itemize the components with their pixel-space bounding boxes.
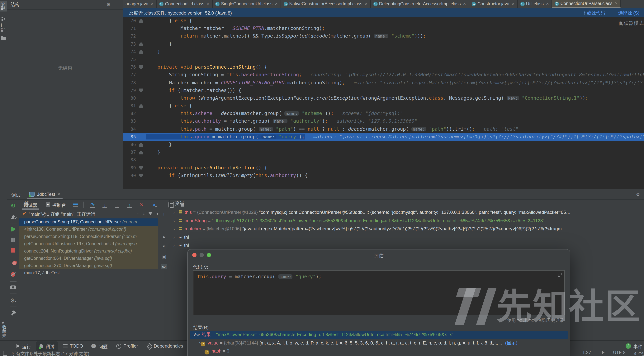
sidebar-item-structure[interactable]: 结构	[0, 1, 7, 11]
thread-selector[interactable]: ✔ "main"@1 在组 "main": 正在运行 ↑ ↓ ▾	[19, 209, 162, 218]
arrow-up-icon[interactable]: ↑	[137, 211, 139, 216]
stack-frame-row[interactable]: <init>:136, ConnectionUrlParser (com.mys…	[19, 226, 158, 233]
show-more-link[interactable]: (显示)	[505, 340, 517, 346]
pin-icon[interactable]	[7, 311, 19, 317]
variable-row[interactable]: ›matcher = {Matcher@1096} "java.util.reg…	[170, 225, 644, 233]
code-line[interactable]: 78 Matcher matcher = CONNECTION_STRING_P…	[123, 79, 644, 86]
chevron-collapsed-icon[interactable]: ›	[174, 217, 179, 225]
file-encoding[interactable]: UTF-8	[613, 350, 626, 356]
gear-icon[interactable]: ⚙	[106, 2, 113, 7]
rerun-icon[interactable]: ↻	[7, 202, 19, 209]
close-icon[interactable]: ✕	[615, 1, 618, 5]
move-up-icon[interactable]: ▲	[158, 234, 170, 238]
fold-down-icon[interactable]	[139, 65, 143, 69]
editor-tab[interactable]: CSingleConnectionUrl.class✕	[212, 0, 281, 8]
code-line[interactable]: 87 }	[123, 148, 644, 156]
zoom-window-icon[interactable]	[207, 253, 211, 257]
close-icon[interactable]: ✕	[463, 2, 466, 6]
code-line[interactable]: 82 this.scheme = decode(matcher.group( n…	[123, 110, 644, 117]
star-icon[interactable]: ★	[1, 320, 5, 325]
variable-row[interactable]: ›∞thi	[170, 233, 644, 241]
reader-mode-label[interactable]: 阅读器模式	[619, 19, 644, 26]
editor-tab[interactable]: CUtil.class✕	[518, 0, 552, 8]
editor-tab[interactable]: CConnectionUrlParser.class✕	[552, 0, 620, 8]
evaluate-dialog[interactable]: 评估 代码段: this.query = matcher.group( name…	[187, 249, 570, 356]
result-row[interactable]: ∨∞结果 = "maxAllowedPacket=655360&characte…	[190, 331, 568, 339]
fold-up-icon[interactable]	[139, 42, 143, 46]
stack-frame-row[interactable]: main:17, JdbcTest	[19, 269, 158, 277]
resume-icon[interactable]	[7, 227, 19, 233]
fold-up-icon[interactable]	[139, 19, 143, 23]
code-editor[interactable]: 70 } else {71 Matcher matcher = SCHEME_P…	[123, 17, 644, 189]
editor-tab[interactable]: CConnectionUrl.class✕	[156, 0, 212, 8]
editor-tab[interactable]: CDelegatingConstructorAccessorImpl.class…	[370, 0, 469, 8]
expand-icon[interactable]	[558, 273, 562, 277]
close-icon[interactable]: ✕	[364, 2, 368, 6]
stack-frame-row[interactable]: parseConnectionString:167, ConnectionUrl…	[19, 218, 158, 226]
choose-sources-link[interactable]: 选择源 (S)	[618, 9, 640, 15]
evaluate-dialog-titlebar[interactable]: 评估	[188, 249, 570, 261]
editor-tab[interactable]: anager.java✕	[123, 0, 156, 8]
toolwindow-button-Dependencies[interactable]: Dependencies	[143, 342, 186, 350]
code-line[interactable]: 79 if (!matcher.matches()) {	[123, 86, 644, 94]
close-window-icon[interactable]	[192, 253, 196, 257]
view-breakpoints-icon[interactable]	[7, 261, 19, 266]
fold-down-icon[interactable]	[139, 166, 143, 170]
stack-frame-row[interactable]: parseConnectionString:118, ConnectionUrl…	[19, 233, 158, 240]
result-value-row[interactable]: ›fvalue = {char[98]@1144} [m, a, x, A, l…	[190, 339, 568, 347]
close-icon[interactable]: ✕	[207, 2, 210, 6]
stack-frame-row[interactable]: getConnection:664, DriverManager (java.s…	[19, 255, 158, 262]
code-line[interactable]: 76 private void parseConnectionString() …	[123, 63, 644, 71]
arrow-down-icon[interactable]: ↓	[143, 211, 145, 216]
camera-icon[interactable]	[7, 285, 19, 291]
code-line[interactable]: 74 }	[123, 48, 644, 56]
chevron-collapsed-icon[interactable]: ›	[199, 340, 201, 346]
toolwindow-button-Profiler[interactable]: Profiler	[113, 342, 142, 350]
chevron-collapsed-icon[interactable]: ›	[174, 241, 179, 250]
debug-session-tab[interactable]: JdbcTest ✕	[27, 189, 63, 199]
chevron-collapsed-icon[interactable]: ›	[174, 233, 179, 241]
code-line[interactable]: 86 }	[123, 141, 644, 148]
code-line[interactable]: 80 throw (WrongArgumentException)Excepti…	[123, 94, 644, 102]
code-line[interactable]: 71 Matcher matcher = SCHEME_PTRN.matcher…	[123, 24, 644, 32]
code-line[interactable]: 89 private void parseAuthoritySection() …	[123, 164, 644, 172]
caret-position[interactable]: 1:37	[582, 350, 591, 356]
line-separator[interactable]: LF	[600, 350, 605, 356]
add-watch-icon[interactable]: +	[158, 211, 170, 217]
code-line[interactable]: 72 return matcher.matches() && Type.isSu…	[123, 32, 644, 40]
fold-up-icon[interactable]	[139, 50, 143, 54]
fold-down-icon[interactable]	[139, 88, 143, 93]
stack-frame-row[interactable]: connect:204, NonRegisteringDriver (com.m…	[19, 248, 158, 255]
variable-row[interactable]: ›connString = "jdbc:mysql://127.0.0.1:33…	[170, 217, 644, 225]
code-line[interactable]: 77 String connString = this.baseConnecti…	[123, 71, 644, 79]
fold-up-icon[interactable]	[139, 104, 143, 108]
close-icon[interactable]: ✕	[512, 2, 514, 6]
show-watches-icon[interactable]: ∞	[158, 264, 170, 269]
editor-tab[interactable]: CConstructor.java✕	[469, 0, 518, 8]
chevron-collapsed-icon[interactable]: ›	[174, 208, 179, 217]
close-icon[interactable]: ✕	[58, 192, 60, 196]
download-sources-link[interactable]: 下载源代码	[582, 9, 605, 15]
code-line[interactable]: 85 this.query = matcher.group( name: "qu…	[123, 133, 644, 141]
code-line[interactable]: 88	[123, 156, 644, 164]
code-line[interactable]: 83 this.authority = matcher.group( name:…	[123, 117, 644, 125]
code-line[interactable]: 81 } else {	[123, 102, 644, 110]
code-fragment-editor[interactable]: this.query = matcher.group( name: "query…	[193, 270, 564, 315]
move-down-icon[interactable]: ▼	[158, 244, 170, 248]
close-icon[interactable]: ✕	[546, 2, 549, 6]
toolwindow-button-运行[interactable]: 运行	[13, 341, 34, 351]
remove-watch-icon[interactable]: −	[158, 221, 170, 227]
chevron-collapsed-icon[interactable]: ›	[174, 225, 179, 233]
fold-down-icon[interactable]	[139, 174, 143, 178]
wrench-icon[interactable]	[7, 214, 19, 219]
filter-icon[interactable]	[149, 212, 152, 215]
variable-row[interactable]: ›this = {ConnectionUrlParser@1028} "com.…	[170, 208, 644, 217]
code-line[interactable]: 73 }	[123, 40, 644, 48]
fold-up-icon[interactable]	[139, 143, 143, 147]
toolwindow-button-问题[interactable]: !问题	[88, 341, 111, 351]
result-hash-row[interactable]: fhash = 0	[190, 347, 568, 356]
stop-icon[interactable]	[7, 248, 19, 254]
variable-row[interactable]: ›∞thi	[170, 241, 644, 250]
minimize-window-icon[interactable]	[200, 253, 204, 257]
mute-breakpoints-icon[interactable]	[7, 272, 19, 278]
